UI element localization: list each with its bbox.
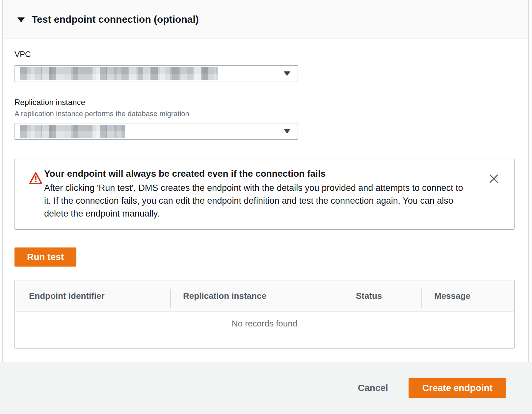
replication-instance-label: Replication instance bbox=[14, 98, 515, 107]
page: Test endpoint connection (optional) VPC … bbox=[0, 0, 532, 414]
cancel-button[interactable]: Cancel bbox=[352, 383, 394, 393]
warning-alert: Your endpoint will always be created eve… bbox=[14, 159, 515, 230]
chevron-down-icon bbox=[284, 129, 290, 134]
vpc-select[interactable] bbox=[14, 65, 298, 82]
replication-instance-description: A replication instance performs the data… bbox=[14, 110, 515, 118]
test-endpoint-connection-section: Test endpoint connection (optional) VPC … bbox=[2, 0, 529, 362]
chevron-down-icon bbox=[284, 71, 290, 76]
collapse-caret-icon bbox=[17, 17, 25, 22]
vpc-redacted-value bbox=[20, 67, 218, 80]
column-header-endpoint-identifier: Endpoint identifier bbox=[15, 280, 171, 311]
alert-content: Your endpoint will always be created eve… bbox=[44, 167, 471, 221]
alert-title: Your endpoint will always be created eve… bbox=[44, 167, 471, 180]
column-header-status: Status bbox=[342, 280, 422, 311]
create-endpoint-button[interactable]: Create endpoint bbox=[409, 378, 506, 398]
replication-instance-redacted-value bbox=[20, 125, 125, 138]
table-body: No records found bbox=[15, 312, 514, 348]
section-title: Test endpoint connection (optional) bbox=[32, 14, 199, 25]
replication-instance-select[interactable] bbox=[14, 123, 298, 140]
run-test-button[interactable]: Run test bbox=[14, 247, 76, 267]
close-icon[interactable] bbox=[488, 172, 500, 185]
column-header-replication-instance: Replication instance bbox=[171, 280, 342, 311]
column-header-message: Message bbox=[422, 280, 514, 311]
warning-icon bbox=[29, 167, 44, 221]
alert-body: After clicking 'Run test', DMS creates t… bbox=[44, 182, 471, 220]
section-content: VPC Replication instance A replication i… bbox=[3, 50, 528, 349]
section-header[interactable]: Test endpoint connection (optional) bbox=[3, 0, 528, 39]
empty-state-message: No records found bbox=[232, 319, 297, 329]
vpc-label: VPC bbox=[14, 50, 515, 59]
footer-action-bar: Cancel Create endpoint bbox=[0, 362, 532, 414]
table-header-row: Endpoint identifier Replication instance… bbox=[15, 280, 514, 312]
connection-results-table: Endpoint identifier Replication instance… bbox=[14, 280, 515, 349]
